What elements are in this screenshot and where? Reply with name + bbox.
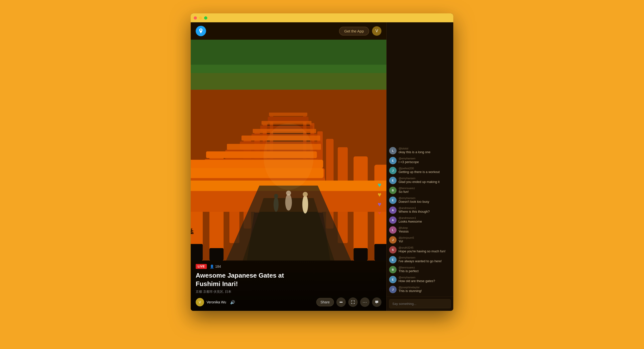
svg-point-54 — [274, 197, 278, 212]
avatar: J — [389, 236, 396, 244]
chat-username: @andrewson1 — [398, 206, 451, 209]
chat-text: How old are these gates? — [398, 279, 451, 283]
chat-username: @emyhansen — [398, 256, 451, 259]
svg-point-51 — [286, 191, 291, 196]
share-button[interactable]: Share — [316, 298, 334, 306]
svg-point-50 — [285, 194, 292, 210]
chat-text-block: @emyhansen I've always wanted to go here… — [398, 256, 451, 263]
list-item: A @andrewson1 Where is this though? — [387, 205, 453, 215]
chat-username: @emyhansen — [398, 177, 451, 180]
chat-text: Yessss — [398, 229, 451, 234]
topbar-right: Get the App V — [339, 26, 382, 36]
periscope-logo[interactable] — [196, 26, 206, 36]
chat-text-block: @benrsuarez This is perfect — [398, 266, 451, 273]
live-badge: LIVE — [196, 264, 207, 269]
bottom-controls: V Veronika Wu 🔊 Share — [196, 297, 382, 307]
chat-input[interactable] — [389, 299, 451, 308]
chat-username: @joefest200 — [398, 167, 451, 170]
broadcaster-name: Veronika Wu — [206, 300, 226, 304]
chat-toggle-button[interactable] — [372, 297, 382, 307]
heart-gold: ♥ — [378, 191, 382, 199]
chat-text-block: @andrewson1 Where is this though? — [398, 206, 451, 214]
titlebar — [191, 14, 453, 22]
svg-point-52 — [302, 195, 308, 213]
svg-rect-58 — [340, 302, 342, 303]
svg-rect-57 — [340, 302, 342, 302]
chat-username: @benrsuarez — [398, 266, 451, 269]
avatar: E — [389, 256, 396, 263]
volume-icon[interactable]: 🔊 — [230, 300, 235, 305]
chat-username: @benrsuarez — [398, 187, 451, 190]
video-section: Get the App V — [191, 22, 386, 311]
svg-rect-42 — [374, 244, 386, 260]
traffic-lights — [194, 16, 207, 20]
avatar: J — [389, 167, 396, 174]
heart-teal: ♥ — [378, 181, 382, 189]
chat-text: This is stunning! — [398, 289, 451, 293]
chat-text: Looks Awesome — [398, 220, 451, 224]
chat-text: I <3 periscope — [398, 160, 451, 164]
minimize-button[interactable] — [199, 16, 202, 20]
video-frame: 志株式会社 代表取締役社長 吉日修理 弘会社 平成二十八年十二月吉日之 — [191, 40, 386, 260]
stream-location: 京都 京都市 伏見区, 日本 — [196, 289, 382, 294]
chat-username: @lololol — [398, 147, 451, 150]
list-item: A @andrewson1 Looks Awesome — [387, 215, 453, 225]
chat-text: This is perfect — [398, 269, 451, 273]
list-item: E @emyhansen Doesn't look too busy — [387, 195, 453, 205]
list-item: L @lukep Yessss — [387, 225, 453, 235]
chat-messages: L @lololol okay this is a long one E @em… — [387, 22, 453, 296]
list-item: E @emyhansen I've always wanted to go he… — [387, 255, 453, 265]
chat-username: @lukep — [398, 226, 451, 229]
svg-rect-41 — [191, 244, 203, 260]
chat-text: Hope you're having so much fun! — [398, 249, 451, 254]
live-row: LIVE 👤 184 — [196, 264, 382, 269]
minimize-video-button[interactable] — [336, 297, 346, 307]
periscope-icon — [198, 28, 204, 34]
avatar: B — [389, 266, 396, 273]
maximize-button[interactable] — [204, 16, 207, 20]
heart-red: ♥ — [378, 210, 381, 216]
svg-rect-44 — [354, 248, 368, 260]
chat-text: Yo! — [398, 239, 451, 244]
chat-text-block: @emyhansen Glad you ended up making it — [398, 177, 451, 184]
list-item: B @benrsuarez This is perfect — [387, 265, 453, 275]
chat-sidebar: L @lololol okay this is a long one E @em… — [386, 22, 453, 311]
chat-text-block: @lukep Yessss — [398, 226, 451, 234]
avatar: B — [389, 187, 396, 194]
close-button[interactable] — [194, 16, 197, 20]
list-item: J @johnjourn5 Yo! — [387, 235, 453, 245]
chat-text: So fun! — [398, 190, 451, 194]
viewer-number: 184 — [215, 264, 221, 268]
content-area: Get the App V — [191, 22, 453, 311]
chat-text-block: @benrsuarez So fun! — [398, 187, 451, 194]
svg-point-56 — [264, 123, 314, 190]
chat-text: Glad you ended up making it — [398, 180, 451, 184]
app-window: Get the App V — [191, 14, 453, 326]
chat-text-block: @lololol okay this is a long one — [398, 147, 451, 154]
chat-input-area — [387, 296, 453, 311]
avatar: E — [389, 276, 396, 283]
svg-rect-6 — [269, 113, 308, 116]
chat-text-block: @emyhansen How old are these gates? — [398, 276, 451, 283]
list-item: E @emyhansen How old are these gates? — [387, 275, 453, 284]
get-app-button[interactable]: Get the App — [339, 27, 369, 36]
heart-purple: ♥ — [378, 201, 382, 208]
fullscreen-button[interactable] — [348, 297, 358, 307]
svg-rect-43 — [209, 248, 224, 260]
fullscreen-icon — [351, 300, 355, 304]
chat-icon — [375, 300, 379, 304]
chat-username: @emyhansen — [398, 157, 451, 160]
chat-text-block: @sruth3245 Hope you're having so much fu… — [398, 246, 451, 254]
avatar: L — [389, 226, 396, 234]
avatar: E — [389, 157, 396, 164]
more-options-button[interactable]: ··· — [360, 297, 370, 307]
avatar: A — [389, 216, 396, 224]
video-topbar: Get the App V — [191, 22, 386, 40]
list-item: S @sruth3245 Hope you're having so much … — [387, 245, 453, 255]
user-avatar-top[interactable]: V — [372, 26, 382, 36]
chat-text-block: @joefest200 Getting up there is a workou… — [398, 167, 451, 174]
hearts-overlay: ♥ ♥ ♥ ♥ — [378, 181, 382, 216]
viewer-count: 👤 184 — [210, 264, 221, 268]
list-item: E @emyhansen Glad you ended up making it — [387, 175, 453, 185]
chat-text-block: @emyhansen Doesn't look too busy — [398, 197, 451, 204]
